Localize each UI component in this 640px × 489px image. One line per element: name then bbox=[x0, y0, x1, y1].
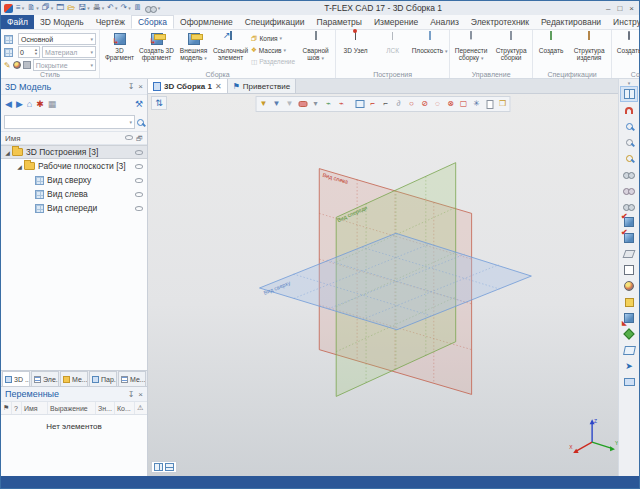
tree-row-top-view[interactable]: Вид сверху bbox=[1, 173, 147, 187]
panel-tab-menu[interactable]: Ме... bbox=[60, 371, 88, 386]
minimize-button[interactable]: – bbox=[606, 4, 610, 13]
tab-tools[interactable]: Инструменты bbox=[607, 15, 640, 29]
circle-off-icon[interactable]: ⊘ bbox=[419, 98, 431, 110]
rendering-icon[interactable] bbox=[620, 278, 638, 294]
sketch-mode-icon[interactable] bbox=[620, 246, 638, 262]
circle-toggle-icon[interactable]: ○ bbox=[406, 98, 418, 110]
tab-editing[interactable]: Редактировани bbox=[535, 15, 607, 29]
pin-icon[interactable]: ↧ bbox=[128, 390, 135, 399]
expression-column[interactable]: Выражение bbox=[48, 402, 96, 414]
regenerate-button[interactable]: ⇅ bbox=[151, 96, 167, 110]
open-folder-icon[interactable]: 🗁 bbox=[67, 4, 75, 12]
check-assembly-icon[interactable]: ✔ bbox=[620, 230, 638, 246]
warning-column-icon[interactable]: ⚠ bbox=[135, 402, 147, 414]
workplane-toggle-icon[interactable] bbox=[354, 98, 366, 110]
comment-column[interactable]: Ко... bbox=[115, 402, 135, 414]
material-view-icon[interactable] bbox=[620, 326, 638, 342]
tab-specifications[interactable]: Спецификации bbox=[239, 15, 311, 29]
new-document-icon[interactable]: 🗎▾ bbox=[27, 4, 39, 12]
zoom-in-icon[interactable] bbox=[620, 118, 638, 134]
lod-toggle-icon[interactable]: ❒ bbox=[497, 98, 509, 110]
hide-elements-icon[interactable] bbox=[620, 166, 638, 182]
tab-parameters[interactable]: Параметры bbox=[311, 15, 368, 29]
maximize-button[interactable]: □ bbox=[617, 4, 622, 13]
lcs-button[interactable]: ЛСК bbox=[374, 31, 411, 69]
array-button[interactable]: ❖Массив▾ bbox=[251, 45, 295, 56]
ring-off-icon[interactable]: ⊗ bbox=[445, 98, 457, 110]
external-model-button[interactable]: Внешняя модель ▾ bbox=[175, 31, 212, 69]
zoom-out-icon[interactable] bbox=[620, 134, 638, 150]
show-elements-icon[interactable] bbox=[620, 182, 638, 198]
copy-button[interactable]: 🗇Копия▾ bbox=[251, 33, 295, 44]
tree-search-icon[interactable] bbox=[137, 119, 144, 126]
flag-column-icon[interactable]: ⚑ bbox=[1, 402, 12, 414]
style-combo[interactable]: Основной▾ bbox=[18, 33, 96, 45]
panel-tab-materials[interactable]: Ме... bbox=[118, 371, 146, 386]
visibility-column-icon[interactable] bbox=[125, 135, 133, 140]
swatch-icon[interactable] bbox=[23, 61, 31, 69]
coating-combo[interactable]: Покрытие▾ bbox=[33, 59, 96, 71]
eye-icon[interactable] bbox=[135, 206, 143, 211]
options-gear-icon[interactable]: ✱ bbox=[36, 100, 44, 109]
move-assembly-button[interactable]: Перенести сборку ▾ bbox=[451, 31, 491, 69]
reading-mode-icon[interactable]: ▾ bbox=[145, 6, 161, 11]
eye-icon[interactable] bbox=[135, 150, 143, 155]
close-button[interactable]: × bbox=[629, 4, 634, 13]
filter-grid-icon[interactable]: ▼ bbox=[271, 98, 283, 110]
fragment-3d-button[interactable]: ↳ 3D Фрагмент bbox=[101, 31, 138, 69]
tab-measure[interactable]: Измерение bbox=[368, 15, 424, 29]
tab-drawing[interactable]: Чертёж bbox=[90, 15, 131, 29]
save-icon[interactable]: 🖫▾ bbox=[78, 4, 90, 12]
filter-caret-icon[interactable]: ▾ bbox=[310, 98, 322, 110]
mates-toggle-icon[interactable]: ✳ bbox=[471, 98, 483, 110]
tree-row-3d-constructions[interactable]: ◢ 3D Построения [3] bbox=[1, 145, 147, 159]
print-icon[interactable]: 🖶▾ bbox=[93, 4, 105, 12]
tree-row-left-view[interactable]: Вид слева bbox=[1, 187, 147, 201]
color-sphere-icon[interactable] bbox=[13, 61, 21, 69]
create-3d-fragment-button[interactable]: ↳ Создать 3D фрагмент bbox=[138, 31, 175, 69]
eye-icon[interactable] bbox=[135, 164, 143, 169]
weld-seam-button[interactable]: Сварной шов ▾ bbox=[297, 31, 334, 69]
value-spinner[interactable]: 0▲▼ bbox=[18, 46, 40, 58]
home-icon[interactable]: ⌂ bbox=[27, 100, 32, 109]
wrench-icon[interactable]: ⚒ bbox=[135, 100, 143, 109]
name-column[interactable]: Имя bbox=[22, 402, 48, 414]
shading-icon[interactable] bbox=[620, 294, 638, 310]
tree-search-box[interactable]: ▾ bbox=[4, 115, 135, 129]
create-spec-button[interactable]: Создать bbox=[534, 31, 568, 69]
tree-search-input[interactable] bbox=[7, 118, 129, 127]
tab-file[interactable]: Файл bbox=[1, 15, 34, 29]
split-vertical-icon[interactable] bbox=[154, 463, 163, 471]
square-toggle-icon[interactable]: ▢ bbox=[458, 98, 470, 110]
window-zoom-icon[interactable] bbox=[620, 86, 638, 102]
3d-node-button[interactable]: 3D Узел bbox=[337, 31, 374, 69]
split-button[interactable]: ◫Разделение bbox=[251, 56, 295, 67]
reference-element-button[interactable]: Ссылочный элемент bbox=[212, 31, 249, 69]
selection-filter-icon[interactable]: ▼ bbox=[258, 98, 270, 110]
wireframe-icon[interactable] bbox=[620, 262, 638, 278]
workplane-top-view[interactable]: Вид сверху bbox=[260, 233, 532, 329]
document-tab-welcome[interactable]: ⚑ Приветствие bbox=[228, 79, 297, 93]
lcs-toggle-icon[interactable]: ⌐ bbox=[367, 98, 379, 110]
document-tab-assembly[interactable]: 3D Сборка 1 ✕ bbox=[148, 79, 228, 93]
sphere-toggle-icon[interactable]: ◌ bbox=[432, 98, 444, 110]
panel-close-icon[interactable]: × bbox=[138, 82, 143, 91]
name-column-header[interactable]: Имя bbox=[5, 134, 21, 143]
tab-electrical[interactable]: Электротехник bbox=[465, 15, 535, 29]
select-box-icon[interactable] bbox=[297, 98, 309, 110]
snap-off-icon[interactable]: ⌁ bbox=[336, 98, 348, 110]
material-combo[interactable]: Материал▾ bbox=[42, 46, 96, 58]
panel-tab-params[interactable]: Пар... bbox=[89, 371, 117, 386]
tab-annotation[interactable]: Оформление bbox=[174, 15, 239, 29]
assembly-structure-button[interactable]: Структура сборки bbox=[491, 31, 531, 69]
undo-icon[interactable]: ↶▾ bbox=[107, 4, 117, 12]
copy-document-icon[interactable]: 🗇▾ bbox=[42, 4, 54, 12]
split-horizontal-icon[interactable] bbox=[165, 463, 174, 471]
create-mate-button[interactable]: Создать bbox=[613, 31, 640, 69]
redo-icon[interactable]: ↷▾ bbox=[120, 4, 130, 12]
magnet-snap-icon[interactable] bbox=[620, 102, 638, 118]
3d-viewport[interactable]: Вид слева Вид спереди bbox=[148, 94, 618, 476]
node-toggle-icon[interactable]: ⌐ bbox=[380, 98, 392, 110]
forward-icon[interactable]: ▶ bbox=[16, 100, 23, 109]
product-structure-button[interactable]: Структура изделия bbox=[568, 31, 610, 69]
